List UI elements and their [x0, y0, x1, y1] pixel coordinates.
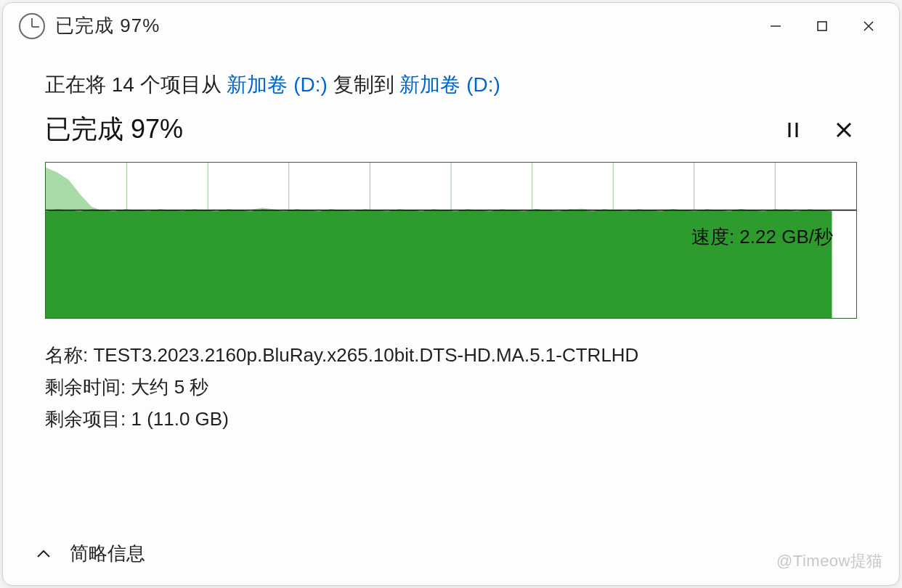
dialog-body: 正在将 14 个项目从 新加卷 (D:) 复制到 新加卷 (D:) 已完成 97…: [3, 49, 899, 526]
time-label: 剩余时间:: [45, 376, 131, 398]
file-copy-dialog: 已完成 97% 正在将 14 个项目从 新加卷 (D:) 复制到 新加卷 (D:…: [2, 2, 900, 586]
minimize-button[interactable]: [752, 6, 799, 46]
cancel-button[interactable]: [831, 117, 857, 143]
maximize-button[interactable]: [799, 6, 845, 46]
copy-middle: 复制到: [328, 73, 400, 96]
dest-drive-link[interactable]: 新加卷 (D:): [399, 73, 500, 96]
window-controls: [752, 6, 892, 46]
detail-items-remaining: 剩余项目: 1 (11.0 GB): [45, 403, 857, 435]
details-toggle-label[interactable]: 简略信息: [70, 541, 145, 566]
copy-description: 正在将 14 个项目从 新加卷 (D:) 复制到 新加卷 (D:): [45, 71, 857, 99]
name-label: 名称:: [45, 344, 93, 366]
svg-rect-1: [818, 22, 826, 30]
footer: 简略信息: [3, 526, 899, 585]
detail-time-remaining: 剩余时间: 大约 5 秒: [45, 371, 857, 403]
speed-chart: 速度: 2.22 GB/秒: [45, 162, 857, 319]
titlebar: 已完成 97%: [3, 3, 899, 49]
copy-prefix: 正在将 14 个项目从: [45, 73, 227, 96]
window-title: 已完成 97%: [55, 13, 160, 38]
time-value: 大约 5 秒: [131, 376, 208, 398]
pause-button[interactable]: [780, 117, 806, 143]
progress-row: 已完成 97%: [45, 112, 857, 147]
speed-label: 速度: 2.22 GB/秒: [690, 224, 834, 250]
detail-name: 名称: TEST3.2023.2160p.BluRay.x265.10bit.D…: [45, 339, 857, 371]
name-value: TEST3.2023.2160p.BluRay.x265.10bit.DTS-H…: [93, 344, 638, 366]
source-drive-link[interactable]: 新加卷 (D:): [227, 73, 327, 96]
details-block: 名称: TEST3.2023.2160p.BluRay.x265.10bit.D…: [45, 339, 857, 436]
chevron-up-icon[interactable]: [32, 542, 55, 565]
close-button[interactable]: [845, 6, 892, 46]
items-value: 1 (11.0 GB): [131, 408, 228, 430]
items-label: 剩余项目:: [45, 408, 131, 430]
progress-percent: 已完成 97%: [45, 112, 755, 147]
clock-icon: [19, 13, 45, 39]
